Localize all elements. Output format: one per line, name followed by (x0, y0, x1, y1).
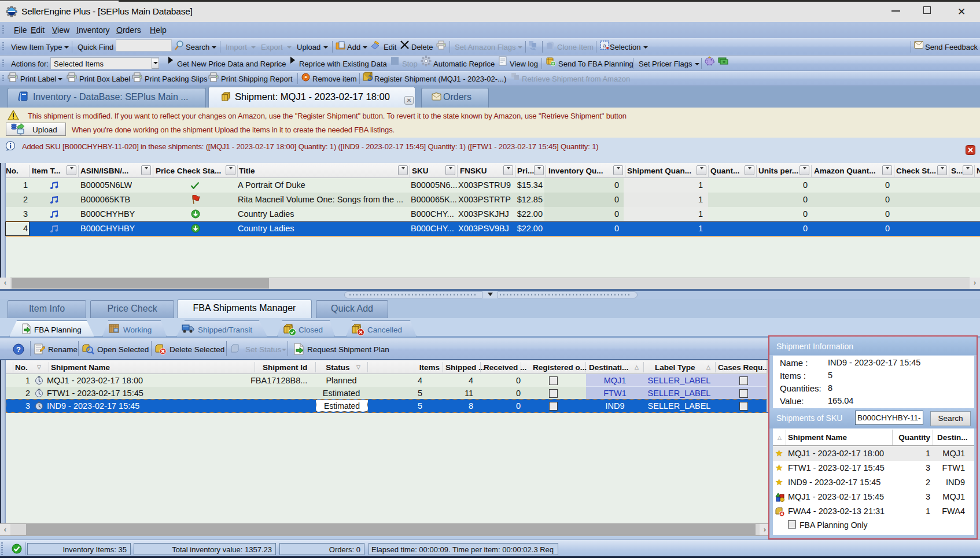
svg-text:a: a (603, 43, 606, 49)
svg-text:?: ? (16, 345, 21, 354)
